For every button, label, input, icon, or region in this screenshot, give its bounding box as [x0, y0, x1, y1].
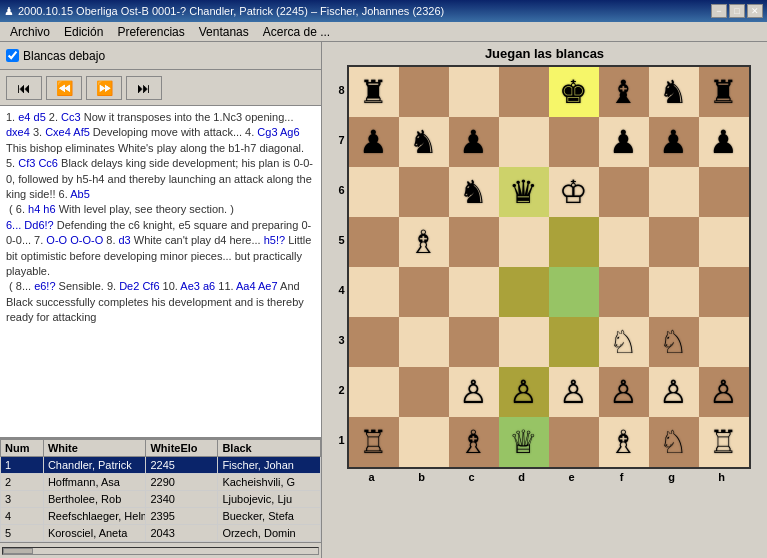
square-d6[interactable]: ♛ [499, 167, 549, 217]
square-b5[interactable]: ♗ [399, 217, 449, 267]
table-row[interactable]: 4Reefschlaeger, Helmut2395Buecker, Stefa [1, 508, 321, 525]
col-whiteelo: WhiteElo [146, 440, 218, 457]
square-h4[interactable] [699, 267, 749, 317]
square-h3[interactable] [699, 317, 749, 367]
last-move-button[interactable]: ⏭ [126, 76, 162, 100]
square-g4[interactable] [649, 267, 699, 317]
prev-move-button[interactable]: ⏪ [46, 76, 82, 100]
square-a6[interactable] [349, 167, 399, 217]
square-e6[interactable]: ♔ [549, 167, 599, 217]
square-g5[interactable] [649, 217, 699, 267]
next-move-button[interactable]: ⏩ [86, 76, 122, 100]
minimize-button[interactable]: − [711, 4, 727, 18]
square-d4[interactable] [499, 267, 549, 317]
first-move-button[interactable]: ⏮ [6, 76, 42, 100]
square-a7[interactable]: ♟ [349, 117, 399, 167]
piece-f7: ♟ [609, 123, 638, 161]
maximize-button[interactable]: □ [729, 4, 745, 18]
controls-row: ⏮ ⏪ ⏩ ⏭ [0, 70, 321, 106]
piece-f2: ♙ [609, 373, 638, 411]
square-a4[interactable] [349, 267, 399, 317]
square-c1[interactable]: ♗ [449, 417, 499, 467]
square-b1[interactable] [399, 417, 449, 467]
square-a1[interactable]: ♖ [349, 417, 399, 467]
square-d7[interactable] [499, 117, 549, 167]
menu-item-acerca de ...[interactable]: Acerca de ... [257, 23, 336, 41]
square-f7[interactable]: ♟ [599, 117, 649, 167]
close-button[interactable]: ✕ [747, 4, 763, 18]
square-f3[interactable]: ♘ [599, 317, 649, 367]
square-d5[interactable] [499, 217, 549, 267]
piece-c2: ♙ [459, 373, 488, 411]
square-f1[interactable]: ♗ [599, 417, 649, 467]
horizontal-scrollbar[interactable] [0, 542, 321, 558]
square-e8[interactable]: ♚ [549, 67, 599, 117]
square-a3[interactable] [349, 317, 399, 367]
table-row[interactable]: 2Hoffmann, Asa2290Kacheishvili, G [1, 474, 321, 491]
square-f4[interactable] [599, 267, 649, 317]
square-h7[interactable]: ♟ [699, 117, 749, 167]
square-g2[interactable]: ♙ [649, 367, 699, 417]
square-c3[interactable] [449, 317, 499, 367]
square-c5[interactable] [449, 217, 499, 267]
square-c7[interactable]: ♟ [449, 117, 499, 167]
piece-h1: ♖ [709, 423, 738, 461]
square-f2[interactable]: ♙ [599, 367, 649, 417]
table-row[interactable]: 5Korosciel, Aneta2043Orzech, Domin [1, 525, 321, 542]
square-e1[interactable] [549, 417, 599, 467]
square-g6[interactable] [649, 167, 699, 217]
menu-item-preferencias[interactable]: Preferencias [111, 23, 190, 41]
table-row[interactable]: 1Chandler, Patrick2245Fischer, Johan [1, 457, 321, 474]
square-h6[interactable] [699, 167, 749, 217]
square-b4[interactable] [399, 267, 449, 317]
square-c8[interactable] [449, 67, 499, 117]
square-d2[interactable]: ♙ [499, 367, 549, 417]
rank-label-5: 5 [338, 215, 344, 265]
square-d1[interactable]: ♕ [499, 417, 549, 467]
square-d3[interactable] [499, 317, 549, 367]
square-c4[interactable] [449, 267, 499, 317]
piece-g7: ♟ [659, 123, 688, 161]
square-g8[interactable]: ♞ [649, 67, 699, 117]
file-label-e: e [547, 471, 597, 483]
menu-item-archivo[interactable]: Archivo [4, 23, 56, 41]
blancas-checkbox[interactable] [6, 49, 19, 62]
notation-area[interactable]: 1. e4 d5 2. Cc3 Now it transposes into t… [0, 106, 321, 438]
square-h2[interactable]: ♙ [699, 367, 749, 417]
square-a5[interactable] [349, 217, 399, 267]
square-h5[interactable] [699, 217, 749, 267]
square-d8[interactable] [499, 67, 549, 117]
square-c6[interactable]: ♞ [449, 167, 499, 217]
menu-item-ventanas[interactable]: Ventanas [193, 23, 255, 41]
table-container: Num White WhiteElo Black 1Chandler, Patr… [0, 438, 321, 542]
window-title: 2000.10.15 Oberliga Ost-B 0001-? Chandle… [18, 5, 444, 17]
table-row[interactable]: 3Bertholee, Rob2340Ljubojevic, Lju [1, 491, 321, 508]
piece-d6: ♛ [509, 173, 538, 211]
square-f8[interactable]: ♝ [599, 67, 649, 117]
square-e3[interactable] [549, 317, 599, 367]
main-area: Blancas debajo ⏮ ⏪ ⏩ ⏭ 1. e4 d5 2. Cc3 N… [0, 42, 767, 558]
square-a8[interactable]: ♜ [349, 67, 399, 117]
square-b8[interactable] [399, 67, 449, 117]
square-e4[interactable] [549, 267, 599, 317]
rank-labels: 87654321 [338, 65, 344, 465]
square-a2[interactable] [349, 367, 399, 417]
square-f5[interactable] [599, 217, 649, 267]
square-g7[interactable]: ♟ [649, 117, 699, 167]
square-g3[interactable]: ♘ [649, 317, 699, 367]
square-e5[interactable] [549, 217, 599, 267]
rank-label-4: 4 [338, 265, 344, 315]
square-b6[interactable] [399, 167, 449, 217]
square-b2[interactable] [399, 367, 449, 417]
file-label-f: f [597, 471, 647, 483]
menu-item-edición[interactable]: Edición [58, 23, 109, 41]
square-h8[interactable]: ♜ [699, 67, 749, 117]
square-b7[interactable]: ♞ [399, 117, 449, 167]
square-b3[interactable] [399, 317, 449, 367]
square-h1[interactable]: ♖ [699, 417, 749, 467]
square-g1[interactable]: ♘ [649, 417, 699, 467]
square-e2[interactable]: ♙ [549, 367, 599, 417]
square-c2[interactable]: ♙ [449, 367, 499, 417]
square-f6[interactable] [599, 167, 649, 217]
square-e7[interactable] [549, 117, 599, 167]
